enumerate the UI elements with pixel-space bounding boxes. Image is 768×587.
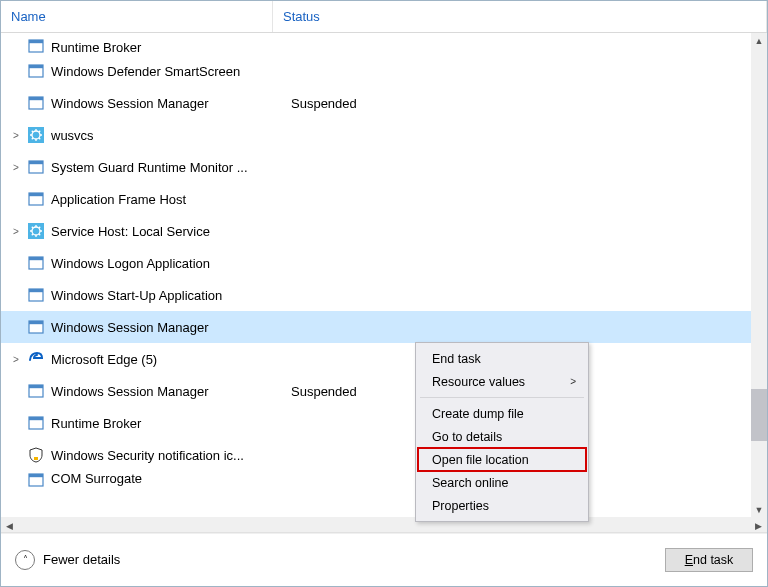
scroll-up-button[interactable]: ▲ [751, 33, 767, 48]
gear-icon [27, 222, 45, 240]
menu-item-label: Go to details [432, 430, 502, 444]
process-row[interactable]: >System Guard Runtime Monitor ... [1, 151, 751, 183]
app-icon [27, 37, 45, 55]
process-name: Microsoft Edge (5) [51, 352, 273, 367]
process-name: Windows Defender SmartScreen [51, 64, 273, 79]
app-icon [27, 286, 45, 304]
scroll-down-button[interactable]: ▼ [751, 502, 767, 517]
shield-icon [27, 446, 45, 464]
menu-separator [420, 397, 584, 398]
menu-item-end-task[interactable]: End task [418, 347, 586, 370]
process-row[interactable]: Windows Logon Application [1, 247, 751, 279]
process-row[interactable]: >wusvcs [1, 119, 751, 151]
columns-header: Name Status [1, 1, 767, 33]
chevron-up-circle-icon: ˄ [15, 550, 35, 570]
gear-icon [27, 126, 45, 144]
menu-item-label: Create dump file [432, 407, 524, 421]
menu-item-search-online[interactable]: Search online [418, 471, 586, 494]
menu-item-label: Properties [432, 499, 489, 513]
scrollbar-thumb[interactable] [751, 389, 767, 441]
process-name: COM Surrogate [51, 471, 273, 486]
menu-item-properties[interactable]: Properties [418, 494, 586, 517]
footer: ˄ Fewer details End task [1, 532, 767, 586]
svg-rect-31 [29, 257, 43, 260]
app-icon [27, 414, 45, 432]
process-row[interactable]: Windows Security notification ic... [1, 439, 751, 471]
svg-rect-43 [29, 474, 43, 477]
process-name: Windows Session Manager [51, 320, 273, 335]
app-icon [27, 62, 45, 80]
menu-item-label: Resource values [432, 375, 525, 389]
process-row[interactable]: Runtime Broker [1, 33, 751, 55]
svg-rect-17 [29, 161, 43, 164]
menu-item-open-file-location[interactable]: Open file location [418, 448, 586, 471]
expand-chevron-icon[interactable]: > [7, 130, 25, 141]
process-name: Runtime Broker [51, 40, 273, 55]
fewer-details-label: Fewer details [43, 552, 120, 567]
context-menu: End taskResource values>Create dump file… [415, 342, 589, 522]
submenu-chevron-icon: > [570, 376, 576, 387]
svg-rect-33 [29, 289, 43, 292]
app-icon [27, 190, 45, 208]
app-icon [27, 471, 45, 489]
menu-item-create-dump-file[interactable]: Create dump file [418, 402, 586, 425]
expand-chevron-icon[interactable]: > [7, 354, 25, 365]
process-name: System Guard Runtime Monitor ... [51, 160, 273, 175]
process-name: Runtime Broker [51, 416, 273, 431]
svg-rect-3 [29, 65, 43, 68]
svg-rect-38 [29, 385, 43, 388]
process-name: Windows Session Manager [51, 96, 273, 111]
column-header-status[interactable]: Status [273, 1, 767, 32]
process-name: wusvcs [51, 128, 273, 143]
process-row[interactable]: Windows Defender SmartScreen [1, 55, 751, 87]
menu-item-label: Open file location [432, 453, 529, 467]
process-row[interactable]: Windows Session Manager [1, 311, 751, 343]
process-row[interactable]: Runtime Broker [1, 407, 751, 439]
svg-rect-41 [34, 457, 38, 460]
process-name: Windows Logon Application [51, 256, 273, 271]
app-icon [27, 318, 45, 336]
process-name: Application Frame Host [51, 192, 273, 207]
column-header-name[interactable]: Name [1, 1, 273, 32]
svg-rect-40 [29, 417, 43, 420]
expand-chevron-icon[interactable]: > [7, 162, 25, 173]
process-list: Runtime BrokerWindows Defender SmartScre… [1, 33, 767, 517]
svg-rect-19 [29, 193, 43, 196]
process-row[interactable]: Windows Session ManagerSuspended [1, 375, 751, 407]
process-row[interactable]: >Microsoft Edge (5) [1, 343, 751, 375]
process-row[interactable]: Windows Session ManagerSuspended [1, 87, 751, 119]
menu-item-label: Search online [432, 476, 508, 490]
menu-item-go-to-details[interactable]: Go to details [418, 425, 586, 448]
process-name: Windows Security notification ic... [51, 448, 273, 463]
process-status: Suspended [273, 384, 357, 399]
menu-item-resource-values[interactable]: Resource values> [418, 370, 586, 393]
process-status: Suspended [273, 96, 357, 111]
app-icon [27, 94, 45, 112]
svg-rect-35 [29, 321, 43, 324]
process-row[interactable]: >Service Host: Local Service [1, 215, 751, 247]
process-row[interactable]: Windows Start-Up Application [1, 279, 751, 311]
process-name: Windows Start-Up Application [51, 288, 273, 303]
process-row[interactable]: COM Surrogate [1, 471, 751, 493]
svg-rect-5 [29, 97, 43, 100]
app-icon [27, 382, 45, 400]
expand-chevron-icon[interactable]: > [7, 226, 25, 237]
process-row[interactable]: Application Frame Host [1, 183, 751, 215]
app-icon [27, 254, 45, 272]
svg-rect-1 [29, 40, 43, 43]
edge-icon [27, 350, 45, 368]
fewer-details-toggle[interactable]: ˄ Fewer details [15, 550, 120, 570]
process-name: Windows Session Manager [51, 384, 273, 399]
process-name: Service Host: Local Service [51, 224, 273, 239]
app-icon [27, 158, 45, 176]
menu-item-label: End task [432, 352, 481, 366]
end-task-button[interactable]: End task [665, 548, 753, 572]
vertical-scrollbar[interactable]: ▲ ▼ [751, 33, 767, 517]
